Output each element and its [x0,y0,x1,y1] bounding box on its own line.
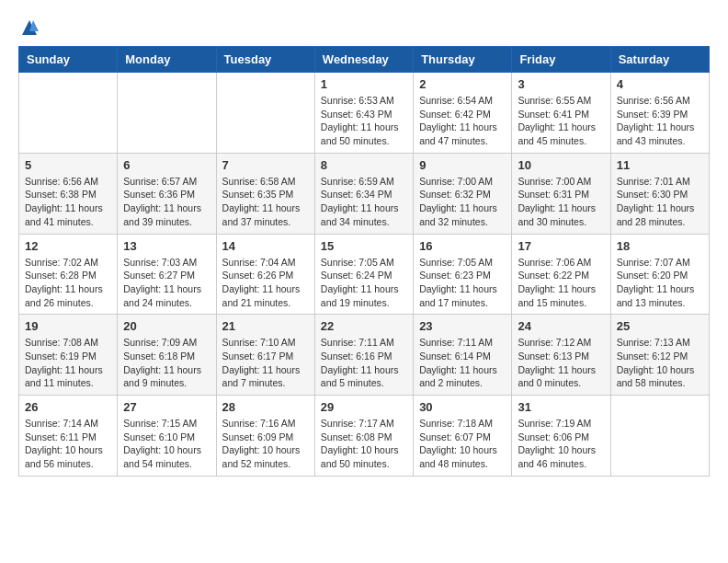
day-number: 9 [419,158,506,172]
day-number: 3 [518,77,604,91]
weekday-header-tuesday: Tuesday [216,47,314,73]
day-info: Sunrise: 7:05 AM Sunset: 6:23 PM Dayligh… [419,256,506,310]
day-info: Sunrise: 7:17 AM Sunset: 6:08 PM Dayligh… [321,417,407,471]
calendar-cell: 3Sunrise: 6:55 AM Sunset: 6:41 PM Daylig… [512,73,610,154]
calendar-cell: 14Sunrise: 7:04 AM Sunset: 6:26 PM Dayli… [216,234,314,315]
day-info: Sunrise: 7:12 AM Sunset: 6:13 PM Dayligh… [518,336,604,390]
day-number: 26 [25,400,111,414]
calendar-cell: 8Sunrise: 6:59 AM Sunset: 6:34 PM Daylig… [314,153,413,234]
day-info: Sunrise: 7:01 AM Sunset: 6:30 PM Dayligh… [617,175,703,229]
weekday-header-sunday: Sunday [19,47,118,73]
calendar-cell: 30Sunrise: 7:18 AM Sunset: 6:07 PM Dayli… [414,396,512,477]
calendar-cell: 12Sunrise: 7:02 AM Sunset: 6:28 PM Dayli… [19,234,118,315]
calendar-cell: 1Sunrise: 6:53 AM Sunset: 6:43 PM Daylig… [314,73,413,154]
day-number: 10 [518,158,604,172]
calendar-cell: 27Sunrise: 7:15 AM Sunset: 6:10 PM Dayli… [118,396,216,477]
calendar-cell: 15Sunrise: 7:05 AM Sunset: 6:24 PM Dayli… [314,234,413,315]
week-row-3: 12Sunrise: 7:02 AM Sunset: 6:28 PM Dayli… [19,234,710,315]
day-info: Sunrise: 7:07 AM Sunset: 6:20 PM Dayligh… [617,256,703,310]
logo-icon [20,18,39,37]
day-info: Sunrise: 7:11 AM Sunset: 6:14 PM Dayligh… [419,336,506,390]
day-number: 29 [321,400,407,414]
calendar-cell: 2Sunrise: 6:54 AM Sunset: 6:42 PM Daylig… [414,73,512,154]
page-header [18,18,710,37]
day-info: Sunrise: 6:55 AM Sunset: 6:41 PM Dayligh… [518,94,604,148]
calendar-cell: 9Sunrise: 7:00 AM Sunset: 6:32 PM Daylig… [414,153,512,234]
day-info: Sunrise: 6:57 AM Sunset: 6:36 PM Dayligh… [123,175,210,229]
day-info: Sunrise: 7:06 AM Sunset: 6:22 PM Dayligh… [518,256,604,310]
calendar-cell: 10Sunrise: 7:00 AM Sunset: 6:31 PM Dayli… [512,153,610,234]
day-number: 18 [617,239,703,253]
calendar-cell [610,396,709,477]
day-number: 13 [123,239,210,253]
day-number: 6 [123,158,210,172]
day-info: Sunrise: 7:08 AM Sunset: 6:19 PM Dayligh… [25,336,111,390]
weekday-header-monday: Monday [118,47,216,73]
day-info: Sunrise: 7:00 AM Sunset: 6:31 PM Dayligh… [518,175,604,229]
day-number: 12 [25,239,111,253]
day-info: Sunrise: 7:14 AM Sunset: 6:11 PM Dayligh… [25,417,111,471]
calendar-table: SundayMondayTuesdayWednesdayThursdayFrid… [18,46,710,477]
logo [18,18,39,37]
day-info: Sunrise: 7:18 AM Sunset: 6:07 PM Dayligh… [419,417,506,471]
day-number: 23 [419,319,506,333]
calendar-cell: 31Sunrise: 7:19 AM Sunset: 6:06 PM Dayli… [512,396,610,477]
calendar-cell: 18Sunrise: 7:07 AM Sunset: 6:20 PM Dayli… [610,234,709,315]
day-info: Sunrise: 7:15 AM Sunset: 6:10 PM Dayligh… [123,417,210,471]
day-number: 16 [419,239,506,253]
week-row-4: 19Sunrise: 7:08 AM Sunset: 6:19 PM Dayli… [19,315,710,396]
calendar-cell: 22Sunrise: 7:11 AM Sunset: 6:16 PM Dayli… [314,315,413,396]
day-number: 20 [123,319,210,333]
day-number: 5 [25,158,111,172]
day-number: 30 [419,400,506,414]
day-info: Sunrise: 7:02 AM Sunset: 6:28 PM Dayligh… [25,256,111,310]
day-number: 14 [222,239,309,253]
day-number: 31 [518,400,604,414]
calendar-cell: 20Sunrise: 7:09 AM Sunset: 6:18 PM Dayli… [118,315,216,396]
week-row-2: 5Sunrise: 6:56 AM Sunset: 6:38 PM Daylig… [19,153,710,234]
weekday-header-row: SundayMondayTuesdayWednesdayThursdayFrid… [19,47,710,73]
day-info: Sunrise: 6:58 AM Sunset: 6:35 PM Dayligh… [222,175,309,229]
day-number: 1 [321,77,407,91]
weekday-header-saturday: Saturday [610,47,709,73]
day-number: 15 [321,239,407,253]
day-info: Sunrise: 7:04 AM Sunset: 6:26 PM Dayligh… [222,256,309,310]
calendar-cell [118,73,216,154]
week-row-1: 1Sunrise: 6:53 AM Sunset: 6:43 PM Daylig… [19,73,710,154]
calendar-cell: 29Sunrise: 7:17 AM Sunset: 6:08 PM Dayli… [314,396,413,477]
calendar-cell: 7Sunrise: 6:58 AM Sunset: 6:35 PM Daylig… [216,153,314,234]
day-info: Sunrise: 7:13 AM Sunset: 6:12 PM Dayligh… [617,336,703,390]
day-number: 28 [222,400,309,414]
calendar-cell: 16Sunrise: 7:05 AM Sunset: 6:23 PM Dayli… [414,234,512,315]
day-info: Sunrise: 6:59 AM Sunset: 6:34 PM Dayligh… [321,175,407,229]
day-info: Sunrise: 7:11 AM Sunset: 6:16 PM Dayligh… [321,336,407,390]
calendar-cell [19,73,118,154]
calendar-cell: 6Sunrise: 6:57 AM Sunset: 6:36 PM Daylig… [118,153,216,234]
day-info: Sunrise: 6:54 AM Sunset: 6:42 PM Dayligh… [419,94,506,148]
calendar-cell [216,73,314,154]
day-info: Sunrise: 7:00 AM Sunset: 6:32 PM Dayligh… [419,175,506,229]
day-info: Sunrise: 7:09 AM Sunset: 6:18 PM Dayligh… [123,336,210,390]
day-number: 25 [617,319,703,333]
calendar-cell: 24Sunrise: 7:12 AM Sunset: 6:13 PM Dayli… [512,315,610,396]
weekday-header-thursday: Thursday [414,47,512,73]
day-info: Sunrise: 6:53 AM Sunset: 6:43 PM Dayligh… [321,94,407,148]
day-number: 17 [518,239,604,253]
calendar-cell: 5Sunrise: 6:56 AM Sunset: 6:38 PM Daylig… [19,153,118,234]
day-number: 22 [321,319,407,333]
day-number: 19 [25,319,111,333]
day-number: 2 [419,77,506,91]
weekday-header-friday: Friday [512,47,610,73]
calendar-cell: 11Sunrise: 7:01 AM Sunset: 6:30 PM Dayli… [610,153,709,234]
calendar-cell: 13Sunrise: 7:03 AM Sunset: 6:27 PM Dayli… [118,234,216,315]
day-number: 24 [518,319,604,333]
calendar-cell: 21Sunrise: 7:10 AM Sunset: 6:17 PM Dayli… [216,315,314,396]
calendar-cell: 4Sunrise: 6:56 AM Sunset: 6:39 PM Daylig… [610,73,709,154]
calendar-cell: 25Sunrise: 7:13 AM Sunset: 6:12 PM Dayli… [610,315,709,396]
calendar-cell: 17Sunrise: 7:06 AM Sunset: 6:22 PM Dayli… [512,234,610,315]
day-info: Sunrise: 6:56 AM Sunset: 6:38 PM Dayligh… [25,175,111,229]
calendar-cell: 19Sunrise: 7:08 AM Sunset: 6:19 PM Dayli… [19,315,118,396]
weekday-header-wednesday: Wednesday [314,47,413,73]
week-row-5: 26Sunrise: 7:14 AM Sunset: 6:11 PM Dayli… [19,396,710,477]
day-info: Sunrise: 7:16 AM Sunset: 6:09 PM Dayligh… [222,417,309,471]
